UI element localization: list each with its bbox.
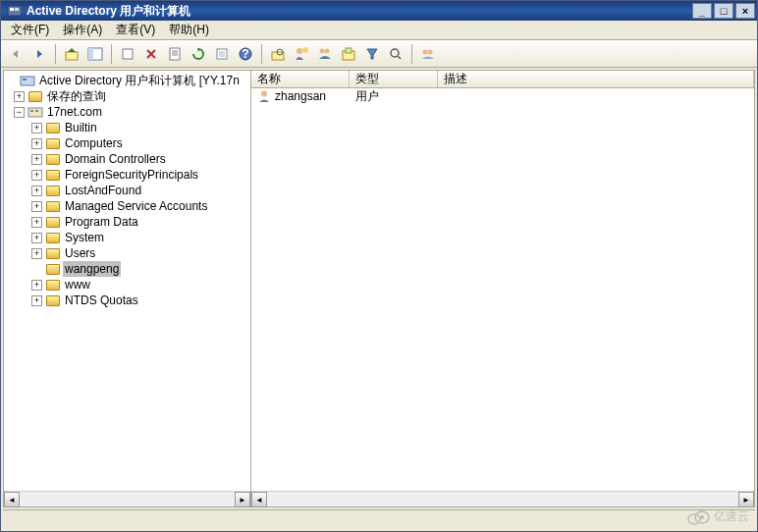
forward-button[interactable]: [28, 43, 50, 65]
expand-icon[interactable]: +: [31, 154, 42, 165]
tree-label: Users: [63, 245, 97, 261]
tree-pane: Active Directory 用户和计算机 [YY.17n + 保存的查询 …: [4, 71, 251, 506]
up-button[interactable]: [61, 43, 82, 65]
help-button[interactable]: ?: [235, 43, 256, 65]
expand-icon[interactable]: +: [31, 217, 42, 228]
menu-action[interactable]: 操作(A): [57, 20, 108, 40]
refresh-button[interactable]: [188, 43, 209, 65]
window-controls: _ □ ×: [692, 3, 755, 19]
close-button[interactable]: ×: [735, 3, 755, 19]
scroll-left-button[interactable]: ◄: [4, 492, 20, 507]
new-group-button[interactable]: [314, 43, 336, 65]
menu-help[interactable]: 帮助(H): [163, 20, 215, 40]
toolbar-separator: [261, 44, 262, 64]
col-name[interactable]: 名称: [251, 71, 350, 87]
tree-node-child[interactable]: +Program Data: [4, 214, 250, 230]
maximize-button[interactable]: □: [714, 3, 733, 19]
expand-icon[interactable]: +: [31, 170, 42, 181]
svg-point-26: [428, 49, 433, 54]
tree-scrollbar-h[interactable]: ◄ ►: [4, 491, 250, 506]
col-type[interactable]: 类型: [350, 71, 438, 87]
expand-icon[interactable]: +: [31, 248, 42, 259]
tree-view[interactable]: Active Directory 用户和计算机 [YY.17n + 保存的查询 …: [4, 71, 250, 491]
svg-rect-28: [23, 79, 27, 80]
svg-point-32: [261, 91, 267, 97]
content-area: Active Directory 用户和计算机 [YY.17n + 保存的查询 …: [3, 70, 755, 507]
toolbar-separator: [111, 44, 112, 64]
svg-line-24: [398, 56, 401, 59]
tree-label: System: [63, 230, 106, 245]
list-body[interactable]: zhangsan 用户: [251, 88, 754, 491]
tree-node-child[interactable]: +Managed Service Accounts: [4, 198, 250, 214]
folder-icon: [45, 262, 61, 276]
menu-view[interactable]: 查看(V): [110, 20, 161, 40]
expand-icon[interactable]: +: [31, 295, 42, 306]
back-button[interactable]: [5, 43, 27, 65]
tree-node-domain[interactable]: − 17net.com: [4, 104, 250, 120]
cell-name: zhangsan: [251, 89, 350, 103]
toolbar-separator: [55, 44, 56, 64]
properties-button[interactable]: [164, 43, 186, 65]
col-desc[interactable]: 描述: [438, 71, 754, 87]
new-ou-button[interactable]: [338, 43, 359, 65]
minimize-button[interactable]: _: [692, 3, 712, 19]
tree-node-child[interactable]: +Users: [4, 245, 250, 261]
export-button[interactable]: [211, 43, 233, 65]
find-button[interactable]: [267, 43, 289, 65]
svg-rect-12: [219, 51, 225, 57]
list-scrollbar-h[interactable]: ◄ ►: [251, 491, 754, 506]
scroll-left-button[interactable]: ◄: [251, 492, 267, 507]
new-user-button[interactable]: [291, 43, 312, 65]
show-hide-tree-button[interactable]: [84, 43, 106, 65]
tree-node-child[interactable]: +Computers: [4, 135, 250, 151]
menu-file[interactable]: 文件(F): [5, 20, 55, 40]
tree-node-child[interactable]: +ForeignSecurityPrincipals: [4, 167, 250, 183]
list-row[interactable]: zhangsan 用户: [251, 88, 754, 104]
status-bar: [3, 509, 755, 529]
add-to-group-button[interactable]: [417, 43, 439, 65]
tree-node-child[interactable]: +NTDS Quotas: [4, 293, 250, 308]
svg-point-18: [302, 47, 308, 53]
find-objects-button[interactable]: [385, 43, 406, 65]
svg-rect-1: [10, 8, 14, 11]
delete-button[interactable]: [140, 43, 162, 65]
expand-icon[interactable]: +: [31, 280, 42, 291]
tree-node-saved-queries[interactable]: + 保存的查询: [4, 88, 250, 104]
svg-rect-27: [21, 77, 34, 85]
expand-icon[interactable]: +: [31, 233, 42, 243]
folder-icon: [45, 136, 61, 150]
titlebar[interactable]: Active Directory 用户和计算机 _ □ ×: [1, 1, 757, 21]
filter-button[interactable]: [361, 43, 383, 65]
tree-node-child[interactable]: +LostAndFound: [4, 183, 250, 198]
menu-bar: 文件(F) 操作(A) 查看(V) 帮助(H): [1, 21, 757, 40]
cut-button[interactable]: [117, 43, 138, 65]
svg-point-35: [700, 515, 704, 519]
svg-rect-29: [28, 108, 42, 117]
no-expander: [6, 76, 17, 86]
scroll-right-button[interactable]: ►: [738, 492, 754, 507]
tree-node-child[interactable]: +www: [4, 277, 250, 293]
expand-icon[interactable]: +: [14, 91, 25, 102]
tree-node-child[interactable]: wangpeng: [4, 261, 250, 277]
expand-icon[interactable]: +: [31, 138, 42, 149]
expand-icon[interactable]: +: [31, 186, 42, 196]
folder-icon: [45, 246, 61, 260]
collapse-icon[interactable]: −: [14, 107, 25, 118]
svg-rect-5: [88, 48, 93, 60]
tree-label: www: [63, 277, 92, 293]
expand-icon[interactable]: +: [31, 123, 42, 133]
tree-node-child[interactable]: +System: [4, 230, 250, 245]
tree-root[interactable]: Active Directory 用户和计算机 [YY.17n: [4, 73, 250, 88]
folder-icon: [45, 278, 61, 292]
folder-icon: [45, 184, 61, 197]
svg-rect-3: [66, 52, 78, 60]
scroll-track[interactable]: [20, 492, 235, 506]
scroll-track[interactable]: [267, 492, 738, 506]
app-icon: [7, 3, 23, 19]
tree-node-child[interactable]: +Builtin: [4, 120, 250, 135]
tree-label: Builtin: [63, 120, 99, 135]
scroll-right-button[interactable]: ►: [235, 492, 250, 507]
tree-node-child[interactable]: +Domain Controllers: [4, 151, 250, 167]
expand-icon[interactable]: +: [31, 201, 42, 212]
svg-rect-7: [170, 48, 180, 60]
